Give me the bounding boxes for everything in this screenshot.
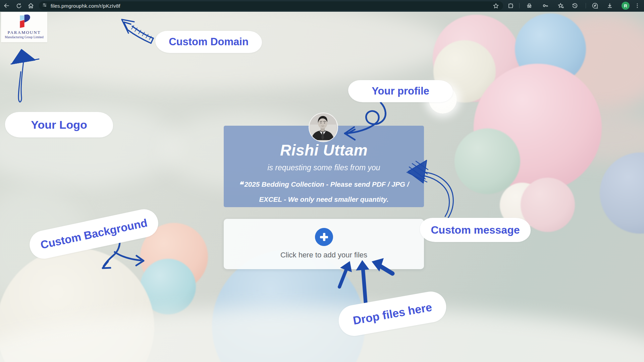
history-button[interactable] — [571, 2, 579, 10]
reload-icon — [16, 3, 22, 9]
browser-toolbar: files.pmgrouphk.com/r/pKzIv8f — [0, 0, 644, 12]
url-text[interactable]: files.pmgrouphk.com/r/pKzIv8f — [51, 3, 120, 9]
callout-custom-domain: Custom Domain — [155, 31, 262, 53]
bookmark-star-button[interactable] — [492, 2, 500, 10]
history-clock-icon — [572, 2, 578, 9]
toolbar-divider — [586, 3, 586, 8]
extensions-button[interactable] — [506, 2, 515, 10]
background-sphere — [454, 128, 520, 194]
file-dropzone[interactable]: Click here to add your files — [224, 219, 424, 269]
incognito-button[interactable] — [525, 2, 533, 10]
company-logo: PARAMOUNT Manufacturing Group Limited — [1, 12, 47, 42]
sparkle-star-button[interactable] — [557, 2, 565, 10]
home-icon — [28, 2, 34, 9]
downloads-button[interactable] — [606, 2, 614, 10]
star-icon — [493, 3, 499, 9]
performance-button[interactable] — [591, 2, 599, 10]
download-icon — [606, 2, 613, 9]
address-bar[interactable]: files.pmgrouphk.com/r/pKzIv8f — [39, 1, 503, 10]
leaf-icon — [592, 2, 598, 9]
password-manager-button[interactable] — [541, 2, 549, 10]
callout-custom-message: Custom message — [420, 218, 531, 242]
extensions-icon — [507, 3, 514, 9]
reload-button[interactable] — [15, 2, 23, 10]
add-files-plus-icon[interactable] — [315, 228, 333, 246]
callout-your-profile: Your profile — [348, 80, 453, 102]
paramount-logo-icon — [17, 14, 31, 29]
back-icon — [3, 2, 10, 9]
avatar-portrait — [309, 113, 336, 140]
toolbar-divider — [519, 3, 520, 8]
site-settings-icon[interactable] — [42, 2, 47, 9]
profile-initial: R — [624, 3, 627, 8]
home-button[interactable] — [27, 2, 35, 10]
incognito-icon — [526, 2, 533, 9]
kebab-menu-icon — [634, 3, 640, 9]
logo-company-name: PARAMOUNT — [7, 30, 41, 35]
requester-name: Rishi Uttam — [224, 141, 424, 159]
custom-message-text: ❝2025 Bedding Collection - Please send P… — [233, 177, 415, 206]
message-body: 2025 Bedding Collection - Please send PD… — [244, 180, 409, 203]
request-subtitle: is requesting some files from you — [224, 163, 424, 172]
logo-subtitle: Manufacturing Group Limited — [5, 36, 44, 39]
screenshot-root: PARAMOUNT Manufacturing Group Limited Ri… — [0, 0, 644, 362]
background-sphere — [600, 153, 644, 234]
sparkle-star-icon — [557, 2, 564, 9]
key-icon — [542, 2, 549, 9]
back-button[interactable] — [3, 2, 11, 10]
profile-button[interactable]: R — [622, 2, 630, 10]
quote-icon: ❝ — [239, 180, 243, 189]
dropzone-label: Click here to add your files — [280, 251, 367, 259]
callout-your-logo: Your Logo — [5, 112, 113, 137]
profile-avatar[interactable] — [309, 113, 338, 142]
menu-button[interactable] — [633, 2, 641, 10]
